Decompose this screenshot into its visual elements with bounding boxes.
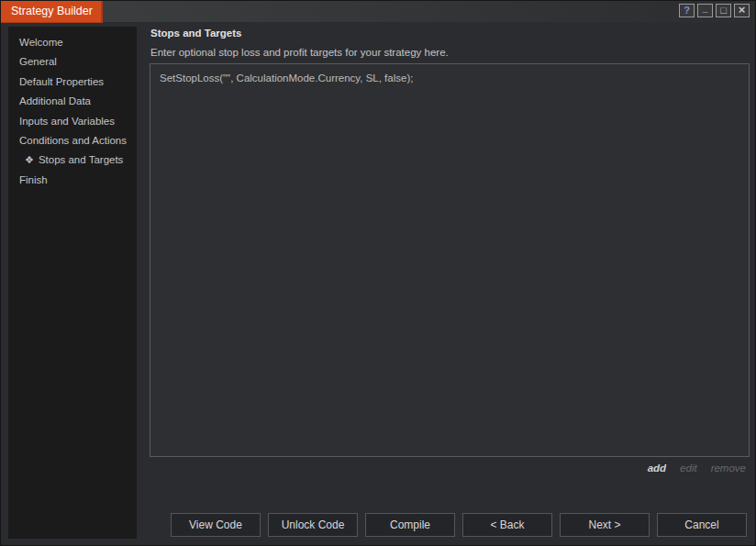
add-link[interactable]: add (648, 462, 666, 474)
edit-link: edit (680, 462, 697, 474)
sidebar-item-inputs-and-variables[interactable]: Inputs and Variables (8, 112, 137, 131)
window-title: Strategy Builder (1, 1, 103, 23)
sidebar-item-welcome[interactable]: Welcome (8, 33, 137, 52)
strategy-builder-window: Strategy Builder ? _ □ × Welcome General… (0, 0, 756, 546)
stop-loss-code-row[interactable]: SetStopLoss("", CalculationMode.Currency… (150, 64, 749, 84)
sidebar-item-additional-data[interactable]: Additional Data (8, 92, 137, 111)
sidebar-item-default-properties[interactable]: Default Properties (8, 72, 137, 92)
next-button[interactable]: Next > (560, 513, 650, 537)
compile-button[interactable]: Compile (365, 513, 455, 537)
list-action-links: add edit remove (648, 462, 746, 474)
current-step-marker-icon: ❖ (25, 154, 34, 165)
unlock-code-button[interactable]: Unlock Code (268, 513, 358, 537)
maximize-icon[interactable]: □ (716, 4, 731, 17)
back-button[interactable]: < Back (462, 513, 552, 537)
sidebar-item-label: Stops and Targets (39, 154, 124, 165)
stops-targets-list[interactable]: SetStopLoss("", CalculationMode.Currency… (150, 63, 750, 457)
page-description: Enter optional stop loss and profit targ… (150, 47, 449, 58)
page-title: Stops and Targets (150, 28, 241, 39)
footer-button-bar: View Code Unlock Code Compile < Back Nex… (171, 513, 747, 537)
view-code-button[interactable]: View Code (171, 513, 261, 537)
wizard-step-sidebar: Welcome General Default Properties Addit… (8, 27, 137, 539)
remove-link: remove (711, 462, 746, 474)
sidebar-item-conditions-and-actions[interactable]: Conditions and Actions (8, 131, 137, 150)
window-controls: ? _ □ × (679, 4, 750, 17)
cancel-button[interactable]: Cancel (657, 513, 747, 537)
titlebar[interactable]: Strategy Builder ? _ □ × (1, 1, 755, 22)
sidebar-item-general[interactable]: General (8, 52, 137, 72)
sidebar-item-finish[interactable]: Finish (8, 171, 137, 190)
minimize-icon[interactable]: _ (697, 4, 713, 17)
sidebar-item-stops-and-targets[interactable]: ❖Stops and Targets (8, 150, 137, 170)
help-icon[interactable]: ? (679, 4, 695, 17)
close-icon[interactable]: × (734, 4, 750, 17)
